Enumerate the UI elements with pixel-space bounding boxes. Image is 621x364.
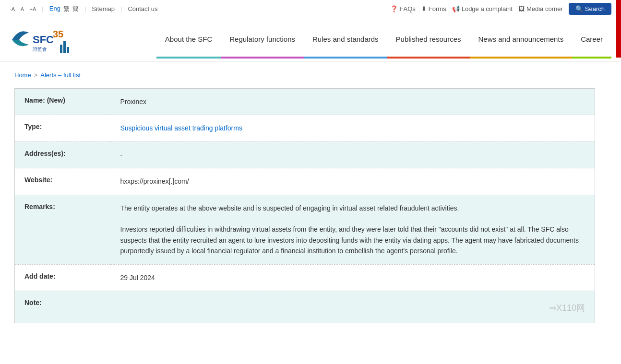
name-row: Name: (New) Proxinex — [15, 89, 595, 115]
nav-regulatory[interactable]: Regulatory functions — [221, 22, 304, 59]
media-link[interactable]: Media corner — [518, 5, 563, 12]
add-date-label: Add date: — [15, 264, 111, 291]
type-link[interactable]: Suspicious virtual asset trading platfor… — [120, 124, 242, 132]
website-label: Website: — [15, 168, 111, 195]
font-size-controls: -A A +A — [10, 5, 36, 12]
faqs-link[interactable]: FAQs — [390, 5, 416, 12]
header-main: SFC 35 證監會 About the SFC Regulatory func… — [0, 18, 621, 62]
nav-news[interactable]: News and announcements — [470, 22, 573, 59]
font-normal[interactable]: A — [21, 6, 24, 12]
svg-rect-3 — [60, 45, 62, 53]
top-bar-left: -A A +A | Eng 繁 簡 | Sitemap | Contact us — [10, 5, 158, 13]
type-label: Type: — [15, 115, 111, 141]
remarks-row: Remarks: The entity operates at the abov… — [15, 195, 595, 264]
add-date-value: 29 Jul 2024 — [111, 264, 595, 291]
lang-eng[interactable]: Eng — [49, 5, 60, 13]
breadcrumb-current[interactable]: Alerts – full list — [40, 71, 81, 79]
red-sidebar — [616, 0, 621, 58]
website-row: Website: hxxps://proxinex[.]com/ — [15, 168, 595, 195]
logo-area: SFC 35 證監會 — [10, 18, 72, 61]
nav-rules[interactable]: Rules and standards — [304, 22, 387, 59]
lang-trad[interactable]: 繁 — [63, 5, 70, 13]
remarks-para1: The entity operates at the above website… — [120, 203, 585, 213]
top-bar-right: FAQs Forms Lodge a complaint Media corne… — [390, 3, 611, 15]
svg-rect-4 — [63, 41, 66, 53]
note-value: ⇒X110网 — [111, 291, 595, 323]
lang-links: Eng 繁 簡 — [49, 5, 79, 13]
name-label: Name: (New) — [15, 89, 111, 115]
lang-simp[interactable]: 簡 — [72, 5, 79, 13]
address-label: Address(es): — [15, 141, 111, 168]
svg-text:證監會: 證監會 — [33, 47, 47, 52]
nav-career[interactable]: Career — [572, 22, 611, 59]
note-row: Note: ⇒X110网 — [15, 291, 595, 323]
svg-text:SFC: SFC — [33, 34, 54, 46]
lodge-link[interactable]: Lodge a complaint — [452, 5, 513, 12]
search-icon — [575, 5, 583, 12]
main-nav: About the SFC Regulatory functions Rules… — [156, 22, 611, 59]
breadcrumb: Home > Alerts – full list — [14, 71, 595, 79]
media-icon — [518, 5, 525, 12]
svg-rect-5 — [67, 47, 69, 53]
forms-icon — [421, 5, 427, 12]
remarks-para2: Investors reported difficulties in withd… — [120, 224, 585, 256]
font-smaller[interactable]: -A — [10, 6, 15, 12]
breadcrumb-home[interactable]: Home — [14, 71, 31, 79]
address-row: Address(es): - — [15, 141, 595, 168]
type-row: Type: Suspicious virtual asset trading p… — [15, 115, 595, 141]
top-bar: -A A +A | Eng 繁 簡 | Sitemap | Contact us… — [0, 0, 621, 18]
detail-table: Name: (New) Proxinex Type: Suspicious vi… — [14, 88, 595, 323]
watermark: ⇒X110网 — [549, 301, 585, 315]
nav-published[interactable]: Published resources — [387, 22, 470, 59]
note-label: Note: — [15, 291, 111, 323]
type-value: Suspicious virtual asset trading platfor… — [111, 115, 595, 141]
faq-icon — [390, 5, 398, 12]
main-content: Home > Alerts – full list Name: (New) Pr… — [0, 62, 609, 333]
complaint-icon — [452, 5, 460, 12]
breadcrumb-separator: > — [34, 71, 38, 79]
website-value: hxxps://proxinex[.]com/ — [111, 168, 595, 195]
search-button[interactable]: Search — [569, 3, 611, 15]
nav-about[interactable]: About the SFC — [156, 22, 221, 59]
forms-link[interactable]: Forms — [421, 5, 446, 12]
remarks-value: The entity operates at the above website… — [111, 195, 595, 264]
contact-link[interactable]: Contact us — [128, 5, 157, 12]
svg-text:35: 35 — [53, 29, 63, 39]
add-date-row: Add date: 29 Jul 2024 — [15, 264, 595, 291]
remarks-label: Remarks: — [15, 195, 111, 264]
sfc-logo: SFC 35 證監會 — [10, 23, 72, 57]
name-value: Proxinex — [111, 89, 595, 115]
font-larger[interactable]: +A — [30, 6, 36, 12]
sitemap-link[interactable]: Sitemap — [92, 5, 115, 12]
address-value: - — [111, 141, 595, 168]
